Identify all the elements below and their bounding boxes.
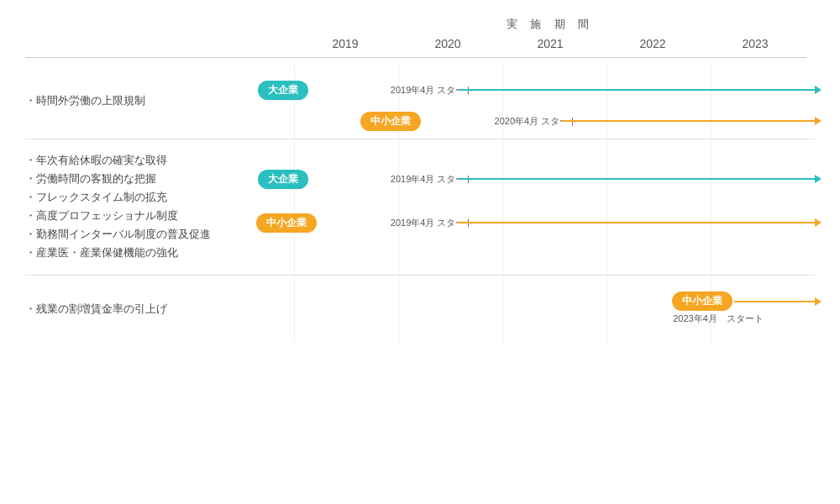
year-header-2021: 2021 bbox=[499, 37, 601, 50]
badge-chusho-2: 中小企業 bbox=[256, 213, 317, 233]
badge-daikigyo-2: 大企業 bbox=[258, 170, 308, 189]
timeline-row-chusho-1: 中小企業 2020年4月 スタート bbox=[295, 107, 815, 135]
item-rodo: ・労働時間の客観的な把握 bbox=[25, 170, 286, 188]
timeline-row-chusho-3: 中小企業 bbox=[295, 287, 815, 316]
section-2-timeline: 大企業 2019年4月 スタート 中小企業 2019年4月 スタート bbox=[294, 139, 815, 275]
item-kinmu: ・勤務間インターバル制度の普及促進 bbox=[25, 225, 286, 244]
section-2: ・年次有給休暇の確実な取得 ・労働時間の客観的な把握 ・フレックスタイム制の拡充… bbox=[25, 139, 815, 276]
section-2-labels: ・年次有給休暇の確実な取得 ・労働時間の客観的な把握 ・フレックスタイム制の拡充… bbox=[25, 139, 294, 275]
item-sangyo: ・産業医・産業保健機能の強化 bbox=[25, 244, 286, 262]
item-zangyo: ・残業の割増賃金率の引上げ bbox=[25, 300, 286, 318]
year-header-2020: 2020 bbox=[396, 37, 499, 50]
col-lines-2 bbox=[295, 139, 815, 275]
year-header-2019: 2019 bbox=[294, 37, 396, 50]
item-jikan: ・時間外労働の上限規制 bbox=[25, 92, 286, 110]
section-1-labels: ・時間外労働の上限規制 bbox=[25, 63, 294, 139]
badge-chusho-1: 中小企業 bbox=[360, 112, 421, 131]
arrow-chusho-2 bbox=[458, 222, 816, 223]
year-header-2022: 2022 bbox=[601, 37, 704, 50]
item-kodo: ・高度プロフェッショナル制度 bbox=[25, 207, 286, 225]
header-area: 実 施 期 間 20192020202120222023 bbox=[25, 17, 815, 58]
item-flex: ・フレックスタイム制の拡充 bbox=[25, 188, 286, 207]
arrow-chusho-1 bbox=[562, 120, 816, 122]
timeline-row-chusho-2: 中小企業 2019年4月 スタート bbox=[295, 208, 815, 237]
badge-daikigyo-1: 大企業 bbox=[258, 81, 308, 100]
start-text-chusho-3: 2023年4月 スタート bbox=[673, 312, 764, 325]
section-3-labels: ・残業の割増賃金率の引上げ bbox=[25, 276, 294, 343]
main-container: 実 施 期 間 20192020202120222023 ・時間外労働の上限規制 bbox=[0, 0, 840, 504]
arrow-chusho-3 bbox=[734, 301, 816, 302]
arrow-daikigyo-1 bbox=[458, 89, 816, 91]
timeline-row-daikigyo-2: 大企業 2019年4月 スタート bbox=[295, 165, 815, 193]
badge-chusho-3: 中小企業 bbox=[672, 291, 732, 311]
year-header-2023: 2023 bbox=[704, 37, 806, 50]
jisshi-label: 実 施 期 間 bbox=[507, 18, 595, 30]
section-1-timeline: 大企業 2019年4月 スタート 中小企業 2020年4月 スタート bbox=[294, 63, 815, 139]
arrow-daikigyo-2 bbox=[458, 178, 816, 180]
item-nenkyu: ・年次有給休暇の確実な取得 bbox=[25, 151, 286, 170]
section-3-timeline: 中小企業 2023年4月 スタート bbox=[294, 276, 815, 343]
section-3: ・残業の割増賃金率の引上げ 中小企業 2023年4月 スタート bbox=[25, 276, 815, 343]
timeline-row-daikigyo-1: 大企業 2019年4月 スタート bbox=[295, 76, 815, 104]
section-1: ・時間外労働の上限規制 大企業 2019年4月 スタート 中小企業 2020年4… bbox=[25, 63, 815, 139]
